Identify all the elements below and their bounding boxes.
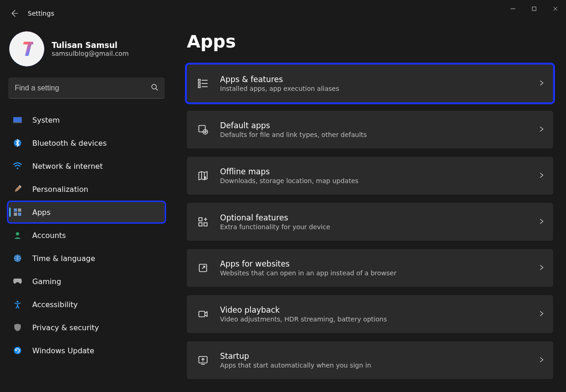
accessibility-icon (13, 300, 22, 309)
svg-rect-29 (199, 223, 202, 226)
sidebar-item-system[interactable]: System (8, 110, 165, 130)
card-default-apps[interactable]: Default apps Defaults for file and link … (187, 111, 553, 148)
svg-rect-10 (14, 208, 17, 212)
svg-point-16 (17, 301, 18, 303)
chevron-right-icon (538, 264, 545, 273)
gamepad-icon (13, 277, 22, 286)
close-button[interactable] (545, 0, 566, 18)
user-block[interactable]: T Tulisan Samsul samsulblog@gmail.com (8, 31, 165, 66)
sidebar-item-label: Personalization (32, 185, 88, 194)
svg-rect-28 (199, 218, 202, 221)
search-input[interactable] (8, 77, 165, 99)
card-title: Offline maps (220, 167, 527, 176)
sidebar-item-label: Gaming (32, 277, 61, 286)
video-icon (197, 308, 209, 320)
shield-icon (13, 323, 22, 332)
paintbrush-icon (13, 184, 22, 194)
user-email: samsulblog@gmail.com (52, 50, 129, 57)
map-icon (197, 170, 209, 182)
settings-cards: Apps & features Installed apps, app exec… (187, 65, 553, 379)
chevron-right-icon (538, 356, 545, 365)
card-desc: Installed apps, app execution aliases (220, 85, 527, 92)
svg-line-5 (156, 89, 158, 90)
nav-list: System Bluetooth & devices Network & int… (8, 110, 165, 361)
default-icon (197, 124, 209, 136)
card-title: Apps for websites (220, 259, 527, 268)
card-title: Optional features (220, 213, 527, 222)
card-title: Video playback (220, 305, 527, 315)
open-external-icon (197, 262, 209, 274)
card-title: Startup (220, 351, 527, 361)
sidebar-item-label: Windows Update (32, 346, 94, 355)
person-icon (13, 231, 22, 240)
sidebar-item-label: Accounts (32, 231, 66, 240)
sidebar-item-apps[interactable]: Apps (8, 202, 165, 222)
card-desc: Downloads, storage location, map updates (220, 177, 527, 184)
card-title: Default apps (220, 121, 527, 130)
sidebar-item-privacy[interactable]: Privacy & security (8, 317, 165, 338)
search-icon[interactable] (151, 83, 158, 93)
svg-rect-13 (18, 213, 21, 216)
sidebar-item-windows-update[interactable]: Windows Update (8, 340, 165, 361)
sidebar-item-accessibility[interactable]: Accessibility (8, 294, 165, 315)
svg-rect-6 (13, 117, 22, 123)
user-name: Tulisan Samsul (52, 41, 129, 50)
svg-rect-18 (198, 79, 200, 81)
sidebar-item-gaming[interactable]: Gaming (8, 271, 165, 291)
card-apps-websites[interactable]: Apps for websites Websites that can open… (187, 249, 553, 287)
sidebar-item-network[interactable]: Network & internet (8, 156, 165, 176)
sidebar: T Tulisan Samsul samsulblog@gmail.com Sy… (0, 27, 173, 392)
plus-grid-icon (197, 216, 209, 228)
svg-point-9 (17, 167, 18, 169)
card-desc: Defaults for file and link types, other … (220, 131, 527, 138)
search (8, 77, 165, 99)
svg-point-17 (14, 347, 21, 354)
maximize-button[interactable] (524, 0, 545, 18)
wifi-icon (13, 161, 22, 171)
bluetooth-icon (13, 138, 22, 148)
minimize-button[interactable] (502, 0, 524, 18)
chevron-right-icon (538, 125, 545, 134)
sidebar-item-label: Accessibility (32, 300, 77, 309)
chevron-right-icon (538, 310, 545, 319)
sidebar-item-label: Privacy & security (32, 323, 99, 332)
sidebar-item-time-language[interactable]: Time & language (8, 248, 165, 268)
svg-rect-11 (18, 208, 21, 212)
startup-icon (197, 354, 209, 366)
svg-rect-20 (198, 86, 200, 88)
chevron-right-icon (538, 79, 545, 88)
svg-point-14 (16, 232, 19, 236)
svg-rect-12 (14, 213, 17, 216)
card-desc: Websites that can open in an app instead… (220, 269, 527, 277)
user-text: Tulisan Samsul samsulblog@gmail.com (52, 41, 129, 57)
window-title: Settings (28, 10, 54, 17)
svg-rect-30 (204, 223, 207, 226)
sidebar-item-label: Apps (32, 208, 51, 217)
card-video-playback[interactable]: Video playback Video adjustments, HDR st… (187, 295, 553, 333)
card-optional-features[interactable]: Optional features Extra functionality fo… (187, 203, 553, 241)
update-icon (13, 346, 22, 355)
back-button[interactable] (9, 8, 19, 18)
sidebar-item-accounts[interactable]: Accounts (8, 225, 165, 245)
chevron-right-icon (538, 218, 545, 226)
card-offline-maps[interactable]: Offline maps Downloads, storage location… (187, 157, 553, 195)
svg-rect-1 (532, 7, 536, 11)
sidebar-item-personalization[interactable]: Personalization (8, 179, 165, 199)
svg-rect-19 (198, 83, 200, 84)
main: Apps Apps & features Installed apps, app… (173, 27, 566, 392)
window-controls (502, 0, 566, 18)
card-desc: Extra functionality for your device (220, 223, 527, 231)
topbar: Settings (0, 0, 566, 27)
card-desc: Video adjustments, HDR streaming, batter… (220, 315, 527, 323)
avatar: T (9, 31, 44, 66)
page-title: Apps (187, 31, 553, 52)
card-desc: Apps that start automatically when you s… (220, 362, 527, 369)
card-startup[interactable]: Startup Apps that start automatically wh… (187, 341, 553, 379)
avatar-letter: T (20, 38, 34, 60)
globe-icon (13, 254, 22, 263)
svg-rect-7 (13, 123, 22, 123)
card-apps-features[interactable]: Apps & features Installed apps, app exec… (187, 65, 553, 102)
sidebar-item-bluetooth[interactable]: Bluetooth & devices (8, 133, 165, 153)
sidebar-item-label: Network & internet (32, 162, 103, 171)
svg-point-4 (152, 84, 156, 89)
